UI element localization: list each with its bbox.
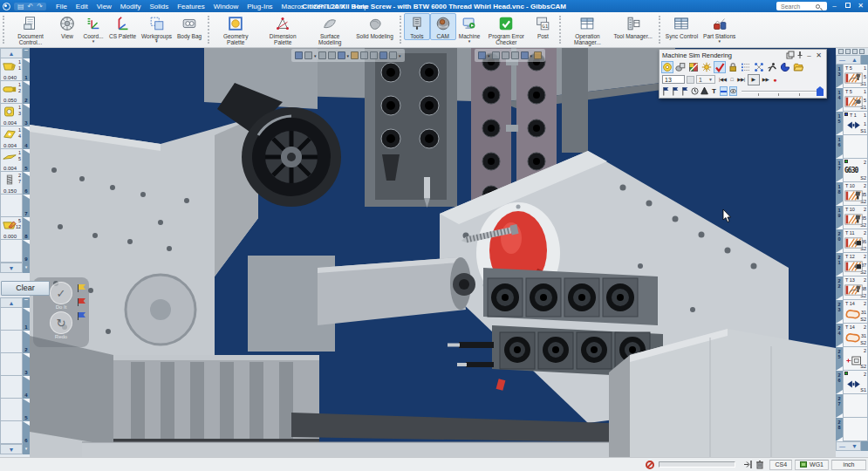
tool-tile[interactable]: 140.004 [0,126,23,149]
op-tab[interactable]: 2 3 [836,300,843,324]
chevron-down-icon[interactable]: ▾ [718,39,721,43]
go-to-start-button[interactable]: |◀◀ [717,75,728,85]
op-tab[interactable]: 2 8 [836,418,843,441]
op-tile[interactable] [843,394,868,418]
chevron-down-icon[interactable]: ▾ [347,53,350,58]
op-tab[interactable]: 1 6 [836,135,843,159]
flag-3-icon[interactable] [681,86,689,96]
scroll-down-icon[interactable]: ▼ [0,263,23,273]
sim-progress-slider[interactable] [742,86,824,96]
tool-tab[interactable]: 8 [23,217,30,240]
tool-list-scroll-up[interactable]: ▲ ▔ [0,48,30,58]
chevron-down-icon[interactable]: ▾ [488,53,490,58]
pause-dash-icon[interactable] [720,86,728,96]
collapse-icon[interactable]: — [839,56,845,64]
tool-tile[interactable]: 270.150 [0,172,23,195]
tool-tile[interactable]: 120.050 [0,81,23,104]
tool-show-icon[interactable] [492,51,500,59]
search-input[interactable] [779,3,814,10]
step-button[interactable]: ▶▶| [735,75,746,85]
toolbar-view[interactable]: View [54,13,80,40]
op-tile[interactable] [843,135,868,159]
interrupt-icon[interactable] [646,461,654,469]
tool-tab[interactable]: 7 [23,195,30,217]
units-indicator[interactable]: inch [831,460,866,470]
minimize-palette-icon[interactable]: – [804,51,814,59]
close-button[interactable]: ✕ [855,1,866,11]
toolbar-tools[interactable]: Tools [404,13,430,40]
toolbar-machine[interactable]: Machine▾ [456,13,483,44]
tool-tile[interactable] [0,195,23,217]
op-tile[interactable]: 2S1 [843,371,868,394]
tool-motion-icon[interactable] [766,61,778,73]
op-tab[interactable]: 1 7 [836,159,843,182]
lower-tile[interactable] [0,331,23,353]
collapse-icon[interactable]: — [839,442,845,450]
search-icon[interactable] [816,4,820,9]
tool-list-scroll-down[interactable]: ▼ ▾ [0,263,30,273]
path-show-icon[interactable] [511,51,519,59]
lower-list-scroll-down[interactable]: ▼ ▾ [0,444,30,454]
red-flag-icon[interactable] [78,298,86,306]
toolbar-cs-palette[interactable]: CS Palette [106,13,139,40]
toolbar-surface-modeling[interactable]: Surface Modeling [306,13,353,46]
op-tile[interactable]: T 12237S2 [843,253,868,276]
collapse-ops-icon[interactable] [838,49,844,54]
cs-marker-icon[interactable] [379,51,387,59]
record-button[interactable]: ● [771,75,778,85]
tool-tile[interactable]: 110.040 [0,58,23,81]
fast-forward-button[interactable]: ▶▶ [761,75,770,85]
tool-tile[interactable]: 5120.000 [0,217,23,240]
chevron-down-icon[interactable]: ▾ [468,39,471,43]
tab-more-icon[interactable]: ▾ [23,444,30,454]
clear-button[interactable]: Clear [1,281,50,296]
color-bands-icon[interactable] [687,61,700,73]
toolbar-document-control[interactable]: Document Control... [7,13,54,46]
op-tile[interactable]: T 11236S2 [843,229,868,253]
toolbar-coord[interactable]: Coord...▾ [80,13,106,44]
sim-spin-button[interactable] [687,76,694,84]
lock-icon[interactable] [727,61,739,73]
op-tile[interactable]: 2S2 [843,347,868,371]
chevron-down-icon[interactable]: ▾ [314,53,317,58]
toolbar-cam[interactable]: CAM [430,13,456,40]
tab-pin-icon[interactable]: ▔ [23,48,30,58]
dock-arrow-icon[interactable] [742,460,753,470]
lower-tile[interactable] [0,353,23,376]
op-tile[interactable]: T 14231S2 [843,324,868,347]
op-tab[interactable]: 2 6 [836,371,843,394]
chevron-down-icon[interactable]: ▾ [399,53,401,58]
menu-modify[interactable]: Modify [116,3,146,10]
view-rotate-icon[interactable] [328,51,336,59]
save-icon[interactable]: ▤ [17,3,24,10]
op-tile[interactable]: T 111S1 [843,112,868,135]
undo-icon[interactable]: ↶ [28,3,34,10]
lower-tab[interactable]: 3 [23,353,30,376]
chevron-down-icon[interactable]: ▾ [155,39,158,43]
op-tile[interactable] [843,418,868,441]
scroll-down-icon[interactable]: ▼ [851,442,858,450]
menu-view[interactable]: View [92,3,116,10]
toolbar-dimension-palette[interactable]: Dimension Palette [259,13,306,46]
op-tile[interactable]: T 10235S2 [843,206,868,229]
float-window-icon[interactable] [785,51,795,59]
tool-tab[interactable]: 6 [23,172,30,195]
sim-speed-field[interactable] [662,75,685,84]
scroll-up-icon[interactable]: ▲ [0,48,23,58]
close-palette-icon[interactable]: ✕ [814,51,824,59]
stock-display-icon[interactable] [360,51,368,59]
toolbar-part-stations[interactable]: Part Stations▾ [701,13,738,44]
lower-tab[interactable]: 4 [23,376,30,399]
lower-tab[interactable]: 1 [23,308,30,331]
op-tab[interactable]: 1 3 [836,65,843,88]
eye-icon[interactable] [729,86,737,96]
tab-pin-icon[interactable]: ▔ [23,297,30,308]
shaded-parts-icon[interactable] [674,61,687,73]
toolbar-operation-manager[interactable]: Operation Manager... [564,13,611,46]
clock-icon[interactable] [691,86,699,96]
lower-tile[interactable] [0,376,23,399]
op-tile[interactable]: T 10235S2 [843,182,868,206]
scroll-down-icon[interactable]: ▼ [0,444,23,454]
toolbar-program-error-checker[interactable]: Program Error Checker [482,13,530,46]
tool-tab[interactable]: 3 [23,104,30,126]
